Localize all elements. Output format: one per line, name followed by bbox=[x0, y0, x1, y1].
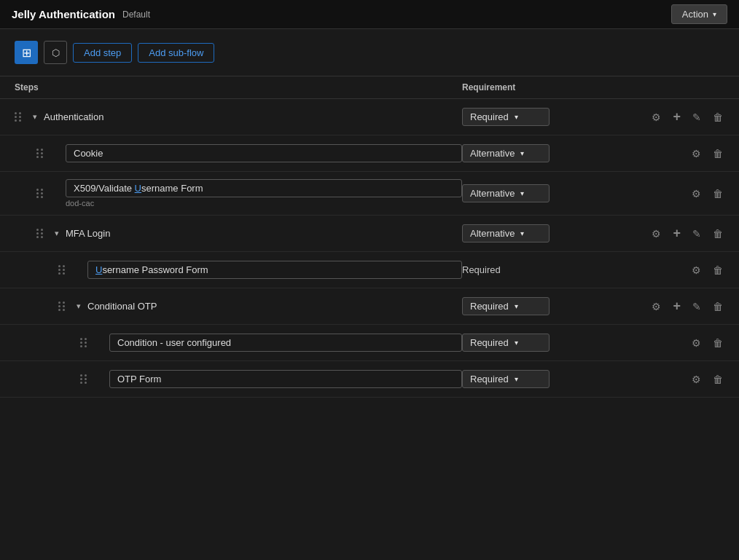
add-subflow-button[interactable]: Add sub-flow bbox=[138, 43, 214, 63]
actions-column: ⚙+✎🗑 bbox=[608, 224, 724, 242]
gear-icon[interactable]: ⚙ bbox=[690, 186, 703, 201]
table-header: Steps Requirement bbox=[0, 76, 739, 99]
requirement-label: Required bbox=[462, 264, 501, 275]
plus-icon[interactable]: + bbox=[671, 224, 682, 242]
chevron-button[interactable]: ▾ bbox=[73, 301, 85, 311]
requirement-dropdown[interactable]: Required▾ bbox=[462, 108, 550, 126]
dropdown-chevron-icon: ▾ bbox=[515, 113, 518, 121]
gear-icon[interactable]: ⚙ bbox=[690, 336, 703, 350]
trash-icon[interactable]: 🗑 bbox=[711, 336, 724, 350]
dropdown-chevron-icon: ▾ bbox=[515, 375, 518, 383]
requirement-dropdown[interactable]: Alternative▾ bbox=[462, 144, 550, 162]
toolbar: ⬡ Add step Add sub-flow bbox=[0, 29, 739, 76]
requirement-value: Alternative bbox=[470, 228, 515, 239]
plus-icon[interactable]: + bbox=[671, 297, 682, 315]
drag-handle[interactable] bbox=[80, 374, 90, 384]
trash-icon[interactable]: 🗑 bbox=[711, 299, 724, 314]
requirement-value: Alternative bbox=[470, 148, 515, 159]
step-name-text: Authentication bbox=[44, 111, 462, 122]
step-name: Condition - user configured bbox=[109, 334, 462, 352]
gear-icon[interactable]: ⚙ bbox=[690, 372, 703, 387]
actions-column: ⚙🗑 bbox=[608, 146, 724, 161]
chevron-down-icon: ▾ bbox=[713, 10, 716, 18]
header-left: Jelly Authentication Default bbox=[12, 8, 150, 20]
requirement-column: Alternative▾ bbox=[462, 224, 608, 242]
dropdown-chevron-icon: ▾ bbox=[520, 149, 524, 157]
drag-handle[interactable] bbox=[36, 149, 47, 158]
step-name-text: Username Password Form bbox=[95, 264, 208, 275]
requirement-dropdown[interactable]: Alternative▾ bbox=[462, 224, 550, 242]
table-row: X509/Validate Username Formdod-cacAltern… bbox=[0, 172, 739, 216]
drag-handle[interactable] bbox=[80, 338, 90, 347]
step-name: Username Password Form bbox=[87, 261, 462, 279]
drag-handle[interactable] bbox=[36, 189, 47, 198]
flow-icon: ⬡ bbox=[52, 47, 60, 58]
gear-icon[interactable]: ⚙ bbox=[650, 226, 662, 241]
trash-icon[interactable]: 🗑 bbox=[711, 372, 724, 387]
requirement-column: Required▾ bbox=[462, 370, 608, 388]
table-row: Username Password FormRequired⚙🗑 bbox=[0, 252, 739, 288]
gear-icon[interactable]: ⚙ bbox=[650, 110, 662, 125]
drag-handle[interactable] bbox=[58, 265, 69, 275]
chevron-button[interactable]: ▾ bbox=[29, 112, 41, 122]
dropdown-chevron-icon: ▾ bbox=[520, 229, 524, 237]
step-name: Authentication bbox=[44, 111, 462, 122]
step-name-text: Cookie bbox=[74, 148, 103, 159]
pencil-icon[interactable]: ✎ bbox=[691, 299, 703, 314]
requirement-column: Required bbox=[462, 264, 608, 275]
actions-column: ⚙+✎🗑 bbox=[608, 108, 724, 126]
gear-icon[interactable]: ⚙ bbox=[690, 263, 703, 277]
actions-column: ⚙+✎🗑 bbox=[608, 297, 724, 315]
trash-icon[interactable]: 🗑 bbox=[711, 263, 724, 277]
page-title: Jelly Authentication bbox=[12, 8, 115, 20]
drag-handle[interactable] bbox=[58, 301, 69, 311]
requirement-value: Required bbox=[470, 337, 509, 348]
actions-column: ⚙🗑 bbox=[608, 186, 724, 201]
table-row: CookieAlternative▾⚙🗑 bbox=[0, 135, 739, 172]
requirement-column: Required▾ bbox=[462, 108, 608, 126]
gear-icon[interactable]: ⚙ bbox=[650, 299, 662, 314]
step-name: Cookie bbox=[66, 144, 462, 162]
requirement-value: Required bbox=[470, 111, 509, 122]
pencil-icon[interactable]: ✎ bbox=[691, 110, 703, 125]
requirement-column: Alternative▾ bbox=[462, 144, 608, 162]
pencil-icon[interactable]: ✎ bbox=[691, 226, 703, 241]
step-name-box: Username Password Form bbox=[87, 261, 462, 279]
grid-view-button[interactable] bbox=[15, 41, 38, 64]
step-name-text: MFA Login bbox=[66, 228, 462, 239]
gear-icon[interactable]: ⚙ bbox=[690, 146, 703, 161]
requirement-column: Alternative▾ bbox=[462, 184, 608, 202]
step-name: MFA Login bbox=[66, 228, 462, 239]
col-steps-header: Steps bbox=[15, 82, 462, 92]
step-name: Conditional OTP bbox=[87, 301, 462, 312]
flow-view-button[interactable]: ⬡ bbox=[44, 41, 67, 64]
trash-icon[interactable]: 🗑 bbox=[711, 146, 724, 161]
requirement-dropdown[interactable]: Required▾ bbox=[462, 297, 550, 315]
requirement-dropdown[interactable]: Required▾ bbox=[462, 334, 550, 352]
header-badge: Default bbox=[122, 9, 150, 20]
action-label: Action bbox=[682, 9, 708, 20]
requirement-dropdown[interactable]: Alternative▾ bbox=[462, 184, 550, 202]
step-name-box: Condition - user configured bbox=[109, 334, 462, 352]
add-step-button[interactable]: Add step bbox=[73, 43, 132, 63]
action-button[interactable]: Action ▾ bbox=[671, 4, 727, 24]
chevron-button[interactable]: ▾ bbox=[51, 229, 63, 238]
dropdown-chevron-icon: ▾ bbox=[515, 339, 518, 347]
table-row: Condition - user configuredRequired▾⚙🗑 bbox=[0, 325, 739, 361]
step-sub-label: dod-cac bbox=[66, 199, 462, 208]
step-name-text: Conditional OTP bbox=[87, 301, 462, 312]
step-name: OTP Form bbox=[109, 370, 462, 388]
col-requirement-header: Requirement bbox=[462, 82, 608, 92]
actions-column: ⚙🗑 bbox=[608, 372, 724, 387]
trash-icon[interactable]: 🗑 bbox=[711, 186, 724, 201]
table-row: ▾MFA LoginAlternative▾⚙+✎🗑 bbox=[0, 216, 739, 252]
trash-icon[interactable]: 🗑 bbox=[711, 110, 724, 125]
dropdown-chevron-icon: ▾ bbox=[515, 302, 518, 310]
table-row: ▾Conditional OTPRequired▾⚙+✎🗑 bbox=[0, 288, 739, 325]
requirement-dropdown[interactable]: Required▾ bbox=[462, 370, 550, 388]
drag-handle[interactable] bbox=[36, 229, 47, 238]
drag-handle[interactable] bbox=[15, 112, 25, 122]
step-name-box: OTP Form bbox=[109, 370, 462, 388]
trash-icon[interactable]: 🗑 bbox=[711, 226, 724, 241]
plus-icon[interactable]: + bbox=[671, 108, 682, 126]
